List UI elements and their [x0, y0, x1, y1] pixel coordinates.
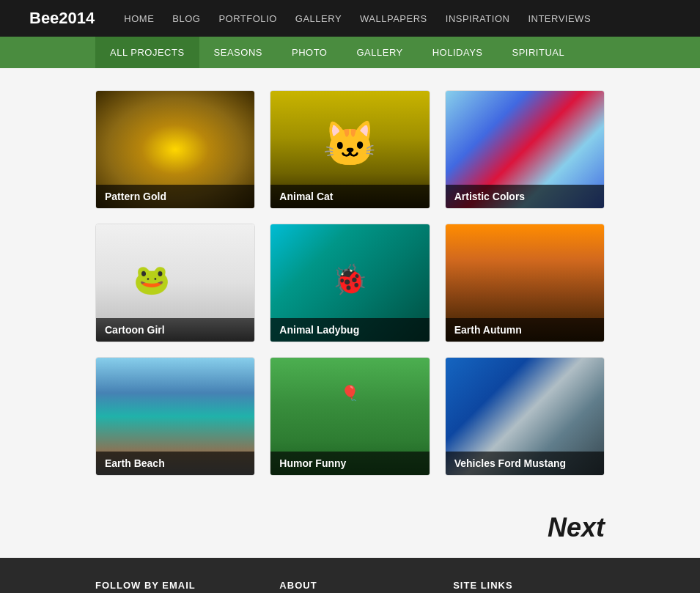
- card-image-pattern-gold: Pattern Gold: [96, 91, 254, 208]
- project-card-earth-beach[interactable]: Earth Beach: [95, 357, 255, 476]
- subnav-holidays[interactable]: HOLIDAYS: [418, 37, 498, 68]
- next-container: Next: [0, 498, 700, 558]
- project-card-pattern-gold[interactable]: Pattern Gold: [95, 90, 255, 209]
- card-image-earth-beach: Earth Beach: [96, 358, 254, 475]
- subnav-seasons[interactable]: SEASONS: [199, 37, 277, 68]
- card-label-animal-cat: Animal Cat: [270, 185, 429, 208]
- card-label-cartoon-girl: Cartoon Girl: [96, 318, 254, 342]
- sitelinks-title: SITE LINKS: [453, 580, 605, 591]
- project-card-cartoon-girl[interactable]: Cartoon Girl: [95, 224, 255, 342]
- footer-sitelinks: SITE LINKS Animal Cat Animal Ladybug Art…: [453, 580, 605, 593]
- project-grid: Pattern Gold Animal Cat Artistic Colors …: [95, 90, 605, 476]
- project-card-animal-cat[interactable]: Animal Cat: [270, 90, 430, 209]
- main-content: Pattern Gold Animal Cat Artistic Colors …: [0, 68, 700, 498]
- follow-title: FOLLOW BY EMAIL: [95, 580, 257, 591]
- card-image-animal-ladybug: Animal Ladybug: [270, 224, 429, 342]
- card-image-cartoon-girl: Cartoon Girl: [96, 224, 254, 342]
- card-image-artistic-colors: Artistic Colors: [446, 91, 604, 208]
- card-label-earth-beach: Earth Beach: [96, 452, 254, 475]
- card-label-animal-ladybug: Animal Ladybug: [270, 318, 429, 342]
- card-image-humor-funny: Humor Funny: [270, 358, 429, 475]
- nav-home[interactable]: HOME: [124, 13, 154, 24]
- nav-gallery[interactable]: GALLERY: [295, 13, 342, 24]
- nav-wallpapers[interactable]: WALLPAPERS: [360, 13, 427, 24]
- subnav-all-projects[interactable]: ALL PROJECTS: [95, 37, 199, 68]
- next-button[interactable]: Next: [548, 512, 605, 542]
- nav-portfolio[interactable]: PORTFOLIO: [218, 13, 276, 24]
- card-label-humor-funny: Humor Funny: [270, 452, 429, 475]
- main-nav: HOME BLOG PORTFOLIO GALLERY WALLPAPERS I…: [124, 13, 591, 24]
- footer: FOLLOW BY EMAIL Submit ABOUT Hey EveryOn…: [0, 558, 700, 593]
- header: Bee2014 HOME BLOG PORTFOLIO GALLERY WALL…: [0, 0, 700, 37]
- card-label-earth-autumn: Earth Autumn: [446, 318, 604, 342]
- logo: Bee2014: [29, 9, 95, 28]
- project-card-earth-autumn[interactable]: Earth Autumn: [445, 224, 605, 342]
- card-label-pattern-gold: Pattern Gold: [96, 185, 254, 208]
- footer-about: ABOUT Hey EveryOne! The Guy behind this …: [279, 580, 431, 593]
- nav-inspiration[interactable]: INSPIRATION: [446, 13, 510, 24]
- card-label-artistic-colors: Artistic Colors: [446, 185, 604, 208]
- card-image-earth-autumn: Earth Autumn: [446, 224, 604, 342]
- sub-nav: ALL PROJECTS SEASONS PHOTO GALLERY HOLID…: [0, 37, 700, 68]
- nav-blog[interactable]: BLOG: [172, 13, 200, 24]
- card-image-vehicles-ford: Vehicles Ford Mustang: [446, 358, 604, 475]
- project-card-humor-funny[interactable]: Humor Funny: [270, 357, 430, 476]
- project-card-vehicles-ford[interactable]: Vehicles Ford Mustang: [445, 357, 605, 476]
- subnav-photo[interactable]: PHOTO: [277, 37, 342, 68]
- project-card-animal-ladybug[interactable]: Animal Ladybug: [270, 224, 430, 342]
- project-card-artistic-colors[interactable]: Artistic Colors: [445, 90, 605, 209]
- card-label-vehicles-ford: Vehicles Ford Mustang: [446, 452, 604, 475]
- card-image-animal-cat: Animal Cat: [270, 91, 429, 208]
- about-title: ABOUT: [279, 580, 431, 591]
- footer-follow: FOLLOW BY EMAIL Submit: [95, 580, 257, 593]
- subnav-spiritual[interactable]: SPIRITUAL: [498, 37, 580, 68]
- subnav-gallery[interactable]: GALLERY: [342, 37, 417, 68]
- nav-interviews[interactable]: INTERVIEWS: [528, 13, 591, 24]
